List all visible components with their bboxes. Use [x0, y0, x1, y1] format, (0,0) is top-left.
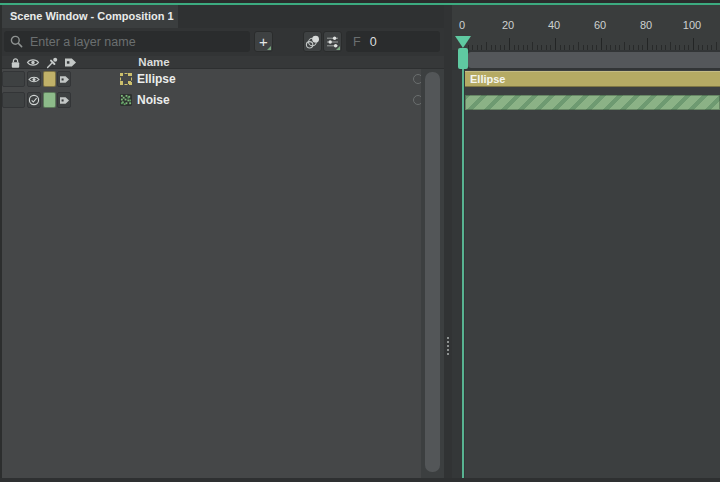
eye-icon	[28, 75, 40, 84]
layer-row-noise[interactable]: Noise	[0, 92, 421, 109]
ruler-major-ticks	[463, 38, 720, 50]
ruler-tick-label: 0	[459, 19, 465, 31]
layer-list-header: Name	[0, 56, 444, 69]
ruler-tick-label: 60	[594, 19, 606, 31]
current-frame-field[interactable]: F 0	[346, 31, 440, 52]
layer-visibility-toggle[interactable]	[27, 71, 41, 87]
layer-toolbar: + F 0	[0, 28, 444, 56]
playhead-handle[interactable]	[458, 48, 468, 69]
tab-strip: Scene Window - Composition 1	[0, 5, 444, 28]
layer-name[interactable]: Noise	[137, 92, 170, 109]
scene-window-pane: Scene Window - Composition 1 +	[0, 5, 444, 478]
layer-search-input[interactable]	[23, 31, 250, 52]
timeline-pane: 0 20 40 60 80 100 Ellipse	[452, 5, 720, 478]
eyedropper-icon[interactable]	[46, 57, 58, 69]
vertical-scrollbar-thumb[interactable]	[425, 72, 440, 472]
bottom-edge	[0, 478, 720, 482]
timeline-ruler[interactable]: 0 20 40 60 80 100	[452, 5, 720, 50]
layer-name[interactable]: Ellipse	[137, 71, 176, 88]
layer-lock-cell[interactable]	[2, 92, 25, 108]
onion-skin-button[interactable]	[303, 31, 322, 52]
noise-type-icon	[120, 94, 132, 106]
plus-icon: +	[259, 33, 268, 50]
frame-field-label: F	[353, 35, 361, 49]
tag-icon	[59, 75, 70, 84]
playhead-marker[interactable]	[455, 36, 471, 48]
layer-active-toggle[interactable]	[27, 92, 41, 108]
timeline-tracks-area[interactable]: Ellipse	[452, 70, 720, 482]
tab-scene-window[interactable]: Scene Window - Composition 1	[0, 5, 178, 28]
ruler-tick-label: 80	[640, 19, 652, 31]
splitter-grip-icon	[447, 337, 449, 355]
frames-background	[465, 70, 720, 482]
ruler-tick-label: 40	[548, 19, 560, 31]
layer-row-ellipse[interactable]: Ellipse	[0, 71, 421, 88]
check-circle-icon	[28, 94, 40, 106]
search-icon	[10, 35, 23, 48]
horizontal-scrollbar-thumb[interactable]	[468, 52, 720, 68]
layer-search-box[interactable]	[4, 31, 250, 52]
app-window: Scene Window - Composition 1 +	[0, 0, 720, 482]
layer-list: Ellipse	[0, 69, 421, 478]
eye-icon[interactable]	[26, 57, 40, 68]
layer-color-swatch[interactable]	[43, 71, 56, 87]
track-bar-noise[interactable]	[465, 95, 720, 110]
layer-color-swatch[interactable]	[43, 92, 56, 108]
horizontal-scrollbar	[452, 50, 720, 70]
onion-skin-icon	[305, 35, 320, 49]
name-column-header[interactable]: Name	[124, 56, 184, 69]
pane-splitter[interactable]	[444, 5, 452, 478]
vertical-scrollbar	[421, 69, 444, 478]
filter-sliders-icon	[326, 36, 339, 48]
ruler-tick-label: 20	[502, 19, 514, 31]
track-bar-ellipse[interactable]: Ellipse	[465, 71, 720, 87]
tag-icon	[59, 96, 70, 105]
layer-lock-cell[interactable]	[2, 71, 25, 87]
playhead-line	[462, 48, 464, 478]
tag-icon[interactable]	[64, 57, 77, 68]
layer-tag-toggle[interactable]	[57, 71, 71, 87]
ruler-tick-label: 100	[683, 19, 701, 31]
layer-tag-toggle[interactable]	[57, 92, 71, 108]
ellipse-type-icon	[120, 73, 132, 85]
add-layer-button[interactable]: +	[254, 31, 273, 52]
left-edge	[0, 5, 2, 478]
filter-settings-button[interactable]	[323, 31, 342, 52]
lock-icon[interactable]	[10, 57, 21, 69]
frame-field-value: 0	[370, 35, 377, 49]
